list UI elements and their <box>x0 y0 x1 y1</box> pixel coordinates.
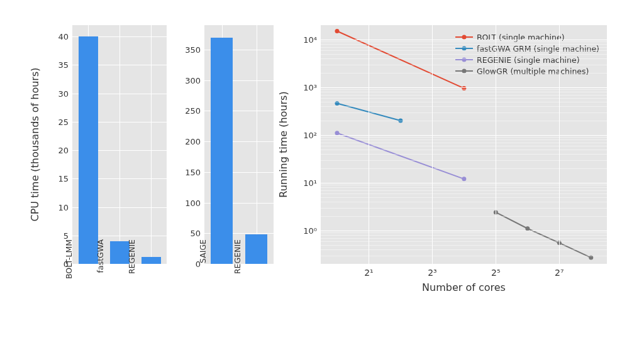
gridline-minor <box>321 238 607 239</box>
bar <box>142 257 161 264</box>
xtick-label: 2³ <box>428 264 437 278</box>
ytick-label: 200 <box>185 137 204 146</box>
legend-swatch <box>455 48 473 49</box>
ytick-label: 20 <box>58 146 72 155</box>
ytick-label: 10³ <box>303 82 321 92</box>
ylabel-left: CPU time (thousands of hours) <box>29 67 41 221</box>
gridline-minor <box>321 194 607 194</box>
gridline-minor <box>321 168 607 169</box>
ylabel-right: Running time (hours) <box>277 91 289 197</box>
gridline-minor <box>321 47 607 48</box>
gridline-minor <box>321 154 607 155</box>
series-marker <box>335 29 339 33</box>
gridline-minor <box>321 143 607 143</box>
ytick-label: 300 <box>185 75 204 85</box>
gridline-minor <box>321 235 607 236</box>
xtick-label: 2¹ <box>364 264 374 278</box>
gridline-minor <box>321 202 607 202</box>
ytick-label: 10⁰ <box>303 226 321 235</box>
gridline <box>151 25 152 264</box>
gridline-minor <box>321 112 607 113</box>
gridline <box>559 25 560 264</box>
gridline-minor <box>321 146 607 146</box>
gridline-minor <box>321 256 607 256</box>
gridline <box>321 87 607 88</box>
ytick-label: 30 <box>58 89 72 98</box>
gridline-minor <box>321 121 607 121</box>
gridline-minor <box>321 95 607 95</box>
legend-label: GlowGR (multiple machines) <box>477 67 589 76</box>
legend-label: REGENIE (single machine) <box>477 55 580 65</box>
bar-chart-middle: 050100150200250300350SAIGEREGENIE <box>204 25 274 264</box>
ytick-label: 350 <box>185 45 204 54</box>
ytick-label: 25 <box>58 117 72 126</box>
gridline-minor <box>321 197 607 198</box>
gridline-minor <box>321 241 607 242</box>
gridline <box>321 231 607 231</box>
gridline-minor <box>321 187 607 188</box>
ytick-label: 5 <box>64 231 72 240</box>
legend-label: BOLT (single machine) <box>477 33 565 42</box>
bar <box>211 38 232 264</box>
gridline-minor <box>321 190 607 191</box>
gridline <box>321 40 607 40</box>
gridline-minor <box>321 208 607 209</box>
legend-swatch <box>455 70 473 72</box>
xtick-label: 2⁵ <box>491 264 501 278</box>
gridline-minor <box>321 98 607 99</box>
ytick-label: 35 <box>58 60 72 70</box>
bar <box>245 234 267 264</box>
gridline-minor <box>321 160 607 161</box>
bar <box>79 36 98 264</box>
gridline-minor <box>321 139 607 140</box>
gridline <box>72 264 167 264</box>
legend-swatch <box>455 36 473 38</box>
ytick-label: 10⁴ <box>303 35 321 44</box>
gridline-minor <box>321 54 607 55</box>
gridline-minor <box>321 44 607 45</box>
gridline-minor <box>321 249 607 250</box>
xtick-label: SAIGE <box>198 239 208 296</box>
gridline-minor <box>321 73 607 74</box>
gridline-minor <box>321 137 607 138</box>
ytick-label: 150 <box>185 167 204 177</box>
bar <box>110 241 130 264</box>
ytick-label: 100 <box>185 198 204 207</box>
gridline <box>321 183 607 183</box>
legend-item: BOLT (single machine) <box>455 31 599 43</box>
xtick-label: REGENIE <box>233 239 242 296</box>
ytick-label: 15 <box>58 174 72 183</box>
gridline-minor <box>321 89 607 90</box>
legend-swatch <box>455 59 473 60</box>
ytick-label: 50 <box>190 229 204 238</box>
gridline-minor <box>321 41 607 42</box>
xtick-label: fastGWA <box>96 239 105 296</box>
series-marker <box>462 177 466 181</box>
gridline-minor <box>321 150 607 150</box>
gridline <box>321 135 607 136</box>
xtick-label: 2⁷ <box>555 264 564 278</box>
gridline-minor <box>321 92 607 92</box>
figure: CPU time (thousands of hours) 0510152025… <box>0 0 644 338</box>
gridline <box>496 25 496 264</box>
gridline-minor <box>321 245 607 246</box>
gridline <box>369 25 369 264</box>
gridline-minor <box>321 58 607 59</box>
ytick-label: 10¹ <box>303 178 321 187</box>
gridline-minor <box>321 65 607 65</box>
gridline <box>257 25 257 264</box>
bar-chart-left: CPU time (thousands of hours) 0510152025… <box>72 25 167 264</box>
legend-label: fastGWA GRM (single machine) <box>477 44 599 53</box>
gridline-minor <box>321 232 607 233</box>
legend-item: GlowGR (multiple machines) <box>455 65 599 77</box>
legend-item: REGENIE (single machine) <box>455 54 599 65</box>
series-marker <box>589 256 593 260</box>
gridline <box>432 25 433 264</box>
ytick-label: 10² <box>303 130 321 139</box>
gridline-minor <box>321 102 607 102</box>
gridline-minor <box>321 50 607 51</box>
xtick-label: REGENIE <box>127 239 136 296</box>
xtick-label: BOLT-LMM <box>64 239 74 296</box>
ytick-label: 40 <box>58 32 72 41</box>
legend-marker <box>462 35 467 40</box>
